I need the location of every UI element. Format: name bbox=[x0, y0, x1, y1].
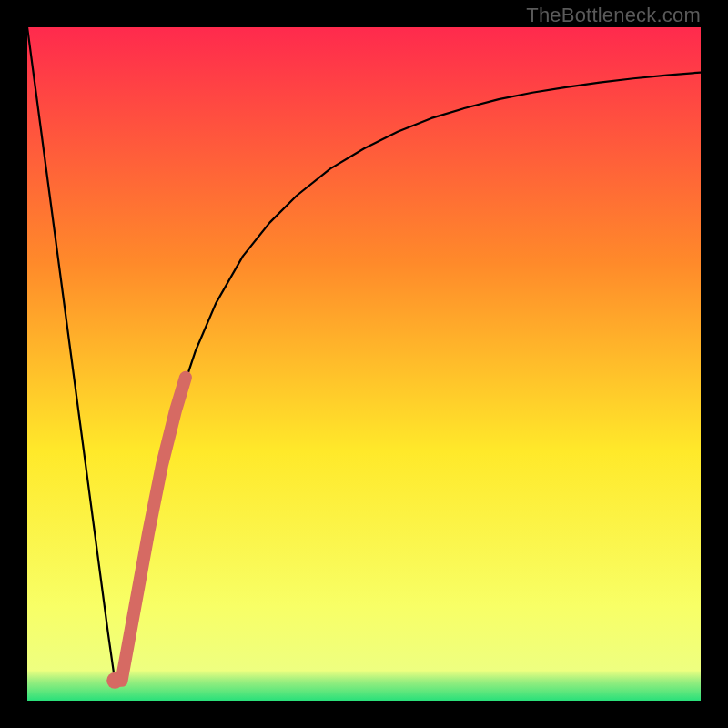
highlight-dot bbox=[106, 672, 123, 689]
bottleneck-curve bbox=[27, 27, 701, 681]
watermark-text: TheBottleneck.com bbox=[526, 4, 701, 27]
chart-frame: TheBottleneck.com bbox=[0, 0, 728, 728]
highlight-segment bbox=[115, 378, 186, 681]
plot-area bbox=[27, 27, 701, 701]
curve-layer bbox=[27, 27, 701, 701]
